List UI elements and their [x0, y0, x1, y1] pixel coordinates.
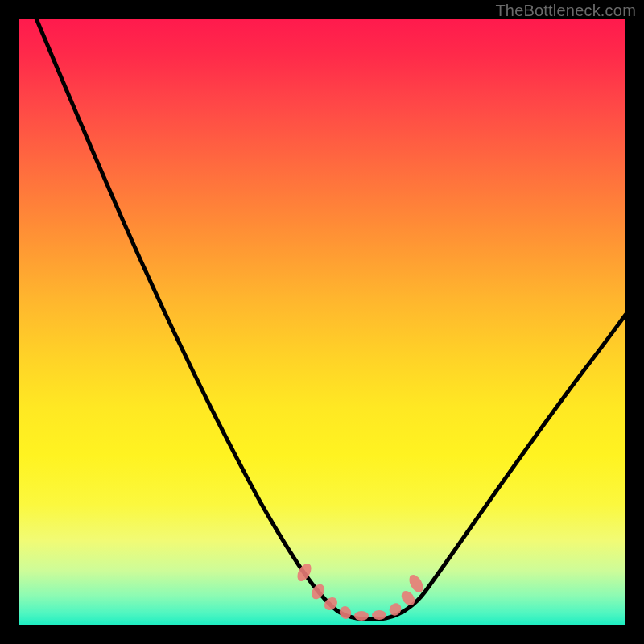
- plot-area: [19, 19, 625, 625]
- chart-frame: TheBottleneck.com: [0, 0, 644, 644]
- bottleneck-curve: [36, 19, 625, 620]
- salmon-marker: [372, 610, 386, 620]
- curve-layer: [19, 19, 625, 625]
- salmon-marker: [354, 611, 369, 621]
- watermark-text: TheBottleneck.com: [495, 2, 636, 20]
